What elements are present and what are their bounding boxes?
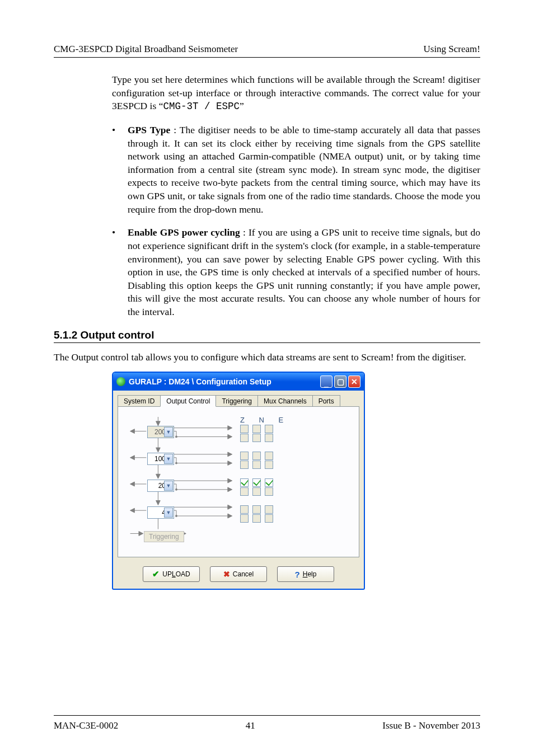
svg-marker-1	[156, 421, 161, 426]
dialog-titlebar[interactable]: GURALP : DM24 \ Configuration Setup _ ▢ …	[113, 373, 364, 391]
chevron-down-icon: ▼	[164, 427, 173, 437]
checkbox-1-0-e	[265, 452, 273, 460]
checkbox-0-0-z	[240, 425, 249, 433]
x-icon: ✖	[223, 570, 230, 579]
svg-marker-43	[228, 505, 232, 510]
svg-marker-15	[130, 508, 135, 513]
app-icon	[116, 377, 125, 386]
footer-right: Issue B - November 2013	[382, 720, 480, 731]
tab-triggering[interactable]: Triggering	[216, 395, 258, 406]
code-cmg3t: CMG-3T / ESPC	[163, 101, 240, 112]
svg-marker-11	[130, 482, 135, 486]
chk-row-2-0	[240, 478, 277, 487]
checkbox-2-1-e	[265, 487, 273, 496]
checkbox-1-1-n	[252, 461, 261, 469]
checkbox-1-1-z	[240, 461, 249, 469]
svg-marker-34	[228, 461, 232, 466]
svg-marker-18	[139, 532, 143, 536]
svg-point-39	[175, 489, 177, 491]
dialog-title: GURALP : DM24 \ Configuration Setup	[129, 377, 318, 386]
svg-marker-5	[156, 448, 161, 452]
checkbox-0-0-n	[252, 425, 261, 433]
chk-row-1-1	[240, 461, 277, 469]
question-icon: ?	[295, 570, 300, 579]
config-dialog: GURALP : DM24 \ Configuration Setup _ ▢ …	[112, 372, 365, 590]
section-heading: 5.1.2 Output control	[54, 329, 480, 341]
tab-system-id[interactable]: System ID	[118, 395, 161, 406]
checkbox-3-1-e	[265, 514, 273, 523]
check-icon: ✔	[152, 569, 160, 579]
checkbox-2-1-n	[252, 487, 261, 496]
svg-marker-9	[156, 475, 161, 479]
triggering-box: Triggering	[144, 531, 184, 542]
checkbox-3-0-z	[240, 505, 249, 514]
svg-marker-36	[228, 478, 232, 483]
rate-select-3[interactable]: ▼	[147, 506, 174, 519]
checkbox-3-0-e	[265, 505, 273, 514]
checkbox-1-0-n	[252, 452, 261, 460]
checkbox-0-0-e	[265, 425, 273, 433]
chk-row-2-1	[240, 487, 277, 496]
chk-row-0-1	[240, 434, 277, 442]
header-right: Using Scream!	[423, 44, 480, 55]
header-left: CMG-3ESPCD Digital Broadband Seismometer	[54, 44, 238, 55]
upload-button[interactable]: ✔UPLOAD	[143, 566, 200, 582]
footer-center: 41	[246, 720, 255, 731]
chevron-down-icon[interactable]: ▼	[164, 508, 173, 518]
rate-select-2[interactable]: ▼	[147, 480, 174, 492]
rate-select-0: ▼	[147, 426, 174, 438]
bullet-gps-type: GPS Type : The digitiser needs to be abl…	[112, 124, 480, 216]
svg-point-32	[175, 462, 177, 464]
checkbox-2-1-z	[240, 487, 249, 496]
chk-row-1-0	[240, 452, 277, 460]
gps-power-cycling-label: Enable GPS power cycling	[128, 227, 240, 238]
checkbox-2-0-e[interactable]	[265, 478, 273, 487]
close-button[interactable]: ✕	[348, 375, 360, 388]
checkbox-2-0-z[interactable]	[240, 478, 249, 487]
tab-output-control[interactable]: Output Control	[160, 395, 216, 407]
footer-rule	[54, 715, 480, 716]
chevron-down-icon[interactable]: ▼	[164, 481, 173, 491]
zne-label: Z N E	[240, 416, 289, 424]
chk-row-3-0	[240, 505, 277, 514]
checkbox-0-1-z	[240, 434, 249, 442]
svg-marker-48	[228, 514, 232, 518]
svg-marker-3	[130, 429, 135, 434]
svg-marker-7	[130, 456, 135, 460]
para-output-control: The Output control tab allows you to con…	[54, 351, 480, 364]
tab-mux-channels[interactable]: Mux Channels	[257, 395, 313, 406]
checkbox-3-1-z	[240, 514, 249, 523]
svg-point-25	[175, 436, 177, 438]
svg-marker-13	[156, 501, 161, 505]
chk-row-3-1	[240, 514, 277, 523]
dialog-buttons: ✔UPLOAD ✖Cancel ?Help	[113, 562, 364, 589]
checkbox-3-0-n	[252, 505, 261, 514]
checkbox-0-1-n	[252, 434, 261, 442]
bullet-gps-power-cycling: Enable GPS power cycling : If you are us…	[112, 226, 480, 318]
chevron-down-icon[interactable]: ▼	[164, 454, 173, 464]
svg-point-46	[175, 515, 177, 517]
tab-ports[interactable]: Ports	[312, 395, 340, 406]
footer-left: MAN-C3E-0002	[54, 720, 118, 731]
checkbox-1-1-e	[265, 461, 273, 469]
svg-marker-29	[228, 452, 232, 457]
svg-marker-41	[228, 487, 232, 492]
checkbox-3-1-n	[252, 514, 261, 523]
cancel-button[interactable]: ✖Cancel	[210, 566, 267, 582]
checkbox-1-0-z	[240, 452, 249, 460]
section-rule	[54, 342, 480, 343]
svg-marker-22	[228, 426, 232, 430]
tab-bar: System ID Output Control Triggering Mux …	[113, 391, 364, 406]
tab-panel: Z N E	[118, 406, 359, 557]
checkbox-0-1-e	[265, 434, 273, 442]
maximize-button: ▢	[334, 375, 346, 388]
checkbox-2-0-n[interactable]	[252, 478, 261, 487]
para-type-continued: Type you set here determines which funct…	[112, 73, 480, 114]
help-button[interactable]: ?Help	[277, 566, 334, 582]
rate-select-1[interactable]: ▼	[147, 453, 174, 465]
minimize-button[interactable]: _	[320, 375, 332, 388]
svg-marker-27	[228, 435, 232, 439]
header-rule	[54, 57, 480, 58]
chk-row-0-0	[240, 425, 277, 433]
gps-type-label: GPS Type	[128, 124, 170, 135]
